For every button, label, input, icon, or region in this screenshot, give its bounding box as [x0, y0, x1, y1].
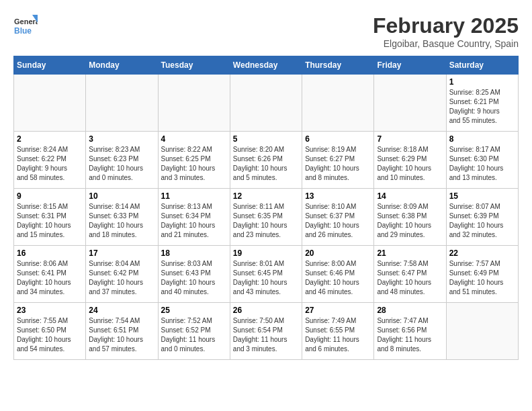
day-info: Sunrise: 7:54 AM Sunset: 6:51 PM Dayligh…: [89, 316, 154, 354]
day-info: Sunrise: 7:58 AM Sunset: 6:47 PM Dayligh…: [377, 259, 443, 297]
calendar-cell: 19Sunrise: 8:01 AM Sunset: 6:45 PM Dayli…: [230, 246, 302, 303]
calendar-cell: 17Sunrise: 8:04 AM Sunset: 6:42 PM Dayli…: [86, 246, 158, 303]
calendar-cell: [14, 75, 86, 132]
day-number: 23: [17, 306, 83, 315]
day-number: 7: [377, 134, 443, 144]
calendar-cell: 16Sunrise: 8:06 AM Sunset: 6:41 PM Dayli…: [14, 246, 86, 303]
day-number: 27: [305, 306, 371, 315]
day-info: Sunrise: 8:06 AM Sunset: 6:41 PM Dayligh…: [17, 259, 83, 297]
day-number: 17: [89, 248, 154, 258]
calendar-week-row: 2Sunrise: 8:24 AM Sunset: 6:22 PM Daylig…: [14, 132, 519, 189]
calendar-week-row: 23Sunrise: 7:55 AM Sunset: 6:50 PM Dayli…: [14, 303, 519, 360]
day-number: 12: [233, 191, 299, 201]
day-number: 9: [17, 191, 83, 201]
calendar-cell: [230, 75, 302, 132]
day-number: 11: [161, 191, 227, 201]
day-number: 20: [305, 248, 371, 258]
logo-svg: General Blue: [13, 13, 38, 40]
page-header: General Blue February 2025 Elgoibar, Bas…: [13, 13, 519, 49]
calendar-day-header: Saturday: [446, 56, 518, 75]
calendar-week-row: 1Sunrise: 8:25 AM Sunset: 6:21 PM Daylig…: [14, 75, 519, 132]
calendar-header-row: SundayMondayTuesdayWednesdayThursdayFrid…: [14, 56, 519, 75]
day-info: Sunrise: 7:50 AM Sunset: 6:54 PM Dayligh…: [233, 316, 299, 354]
day-info: Sunrise: 7:47 AM Sunset: 6:56 PM Dayligh…: [377, 316, 443, 354]
calendar-week-row: 9Sunrise: 8:15 AM Sunset: 6:31 PM Daylig…: [14, 189, 519, 246]
day-number: 24: [89, 306, 154, 315]
day-info: Sunrise: 7:52 AM Sunset: 6:52 PM Dayligh…: [161, 316, 227, 354]
day-info: Sunrise: 8:18 AM Sunset: 6:29 PM Dayligh…: [377, 145, 443, 183]
calendar-cell: 24Sunrise: 7:54 AM Sunset: 6:51 PM Dayli…: [86, 303, 158, 360]
calendar-day-header: Wednesday: [230, 56, 302, 75]
day-number: 28: [377, 306, 443, 315]
calendar-week-row: 16Sunrise: 8:06 AM Sunset: 6:41 PM Dayli…: [14, 246, 519, 303]
calendar-cell: 2Sunrise: 8:24 AM Sunset: 6:22 PM Daylig…: [14, 132, 86, 189]
day-info: Sunrise: 8:23 AM Sunset: 6:23 PM Dayligh…: [89, 145, 154, 183]
calendar-cell: [446, 303, 518, 360]
calendar-cell: 20Sunrise: 8:00 AM Sunset: 6:46 PM Dayli…: [302, 246, 374, 303]
day-number: 4: [161, 134, 227, 144]
day-number: 8: [449, 134, 515, 144]
day-info: Sunrise: 8:15 AM Sunset: 6:31 PM Dayligh…: [17, 202, 83, 240]
day-info: Sunrise: 8:22 AM Sunset: 6:25 PM Dayligh…: [161, 145, 227, 183]
day-number: 13: [305, 191, 371, 201]
day-number: 15: [449, 191, 515, 201]
page-subtitle: Elgoibar, Basque Country, Spain: [373, 38, 519, 49]
calendar-cell: 28Sunrise: 7:47 AM Sunset: 6:56 PM Dayli…: [374, 303, 446, 360]
day-info: Sunrise: 8:09 AM Sunset: 6:38 PM Dayligh…: [377, 202, 443, 240]
calendar-cell: 13Sunrise: 8:10 AM Sunset: 6:37 PM Dayli…: [302, 189, 374, 246]
calendar-cell: 18Sunrise: 8:03 AM Sunset: 6:43 PM Dayli…: [158, 246, 230, 303]
day-number: 10: [89, 191, 154, 201]
calendar-cell: 8Sunrise: 8:17 AM Sunset: 6:30 PM Daylig…: [446, 132, 518, 189]
day-info: Sunrise: 8:10 AM Sunset: 6:37 PM Dayligh…: [305, 202, 371, 240]
calendar-day-header: Thursday: [302, 56, 374, 75]
calendar-cell: 9Sunrise: 8:15 AM Sunset: 6:31 PM Daylig…: [14, 189, 86, 246]
calendar-cell: [158, 75, 230, 132]
calendar-cell: 14Sunrise: 8:09 AM Sunset: 6:38 PM Dayli…: [374, 189, 446, 246]
day-number: 3: [89, 134, 154, 144]
calendar-cell: 1Sunrise: 8:25 AM Sunset: 6:21 PM Daylig…: [446, 75, 518, 132]
calendar-cell: [374, 75, 446, 132]
calendar-cell: 27Sunrise: 7:49 AM Sunset: 6:55 PM Dayli…: [302, 303, 374, 360]
calendar-cell: 3Sunrise: 8:23 AM Sunset: 6:23 PM Daylig…: [86, 132, 158, 189]
calendar-day-header: Friday: [374, 56, 446, 75]
day-info: Sunrise: 8:11 AM Sunset: 6:35 PM Dayligh…: [233, 202, 299, 240]
calendar-day-header: Monday: [86, 56, 158, 75]
calendar-day-header: Sunday: [14, 56, 86, 75]
day-number: 5: [233, 134, 299, 144]
calendar-cell: 10Sunrise: 8:14 AM Sunset: 6:33 PM Dayli…: [86, 189, 158, 246]
day-info: Sunrise: 8:03 AM Sunset: 6:43 PM Dayligh…: [161, 259, 227, 297]
calendar-cell: 7Sunrise: 8:18 AM Sunset: 6:29 PM Daylig…: [374, 132, 446, 189]
day-info: Sunrise: 8:07 AM Sunset: 6:39 PM Dayligh…: [449, 202, 515, 240]
calendar-cell: 4Sunrise: 8:22 AM Sunset: 6:25 PM Daylig…: [158, 132, 230, 189]
svg-text:General: General: [14, 17, 38, 26]
title-block: February 2025 Elgoibar, Basque Country, …: [373, 13, 519, 49]
day-number: 1: [449, 77, 515, 87]
calendar-table: SundayMondayTuesdayWednesdayThursdayFrid…: [13, 56, 519, 360]
page-title: February 2025: [373, 13, 519, 38]
day-number: 2: [17, 134, 83, 144]
calendar-cell: 5Sunrise: 8:20 AM Sunset: 6:26 PM Daylig…: [230, 132, 302, 189]
calendar-cell: [86, 75, 158, 132]
calendar-day-header: Tuesday: [158, 56, 230, 75]
calendar-cell: 6Sunrise: 8:19 AM Sunset: 6:27 PM Daylig…: [302, 132, 374, 189]
calendar-cell: [302, 75, 374, 132]
day-info: Sunrise: 7:55 AM Sunset: 6:50 PM Dayligh…: [17, 316, 83, 354]
calendar-cell: 25Sunrise: 7:52 AM Sunset: 6:52 PM Dayli…: [158, 303, 230, 360]
calendar-cell: 23Sunrise: 7:55 AM Sunset: 6:50 PM Dayli…: [14, 303, 86, 360]
day-number: 22: [449, 248, 515, 258]
svg-text:Blue: Blue: [14, 26, 32, 36]
logo: General Blue: [13, 13, 38, 40]
calendar-cell: 11Sunrise: 8:13 AM Sunset: 6:34 PM Dayli…: [158, 189, 230, 246]
day-info: Sunrise: 7:57 AM Sunset: 6:49 PM Dayligh…: [449, 259, 515, 297]
day-number: 26: [233, 306, 299, 315]
day-info: Sunrise: 7:49 AM Sunset: 6:55 PM Dayligh…: [305, 316, 371, 354]
day-number: 25: [161, 306, 227, 315]
day-number: 21: [377, 248, 443, 258]
day-info: Sunrise: 8:24 AM Sunset: 6:22 PM Dayligh…: [17, 145, 83, 183]
day-number: 16: [17, 248, 83, 258]
day-info: Sunrise: 8:04 AM Sunset: 6:42 PM Dayligh…: [89, 259, 154, 297]
day-info: Sunrise: 8:01 AM Sunset: 6:45 PM Dayligh…: [233, 259, 299, 297]
day-info: Sunrise: 8:19 AM Sunset: 6:27 PM Dayligh…: [305, 145, 371, 183]
day-info: Sunrise: 8:20 AM Sunset: 6:26 PM Dayligh…: [233, 145, 299, 183]
calendar-cell: 12Sunrise: 8:11 AM Sunset: 6:35 PM Dayli…: [230, 189, 302, 246]
